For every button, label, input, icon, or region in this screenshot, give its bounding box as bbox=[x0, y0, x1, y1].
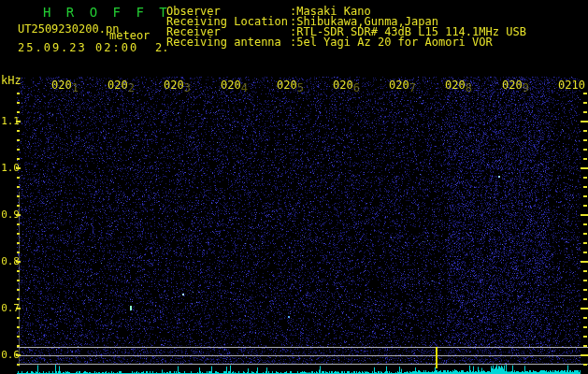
axis-tick bbox=[16, 167, 21, 169]
axis-tick bbox=[583, 149, 587, 151]
axis-tick bbox=[583, 158, 587, 160]
axis-tick bbox=[583, 130, 587, 132]
info-label: Receiving antenna bbox=[166, 36, 281, 49]
axis-tick bbox=[17, 280, 20, 281]
axis-tick bbox=[17, 111, 20, 113]
noise-floor-divider-line bbox=[17, 355, 588, 356]
capture-filename: UT2509230200.pn bbox=[18, 22, 119, 36]
hrofft-title: H R O F F T bbox=[43, 5, 171, 20]
axis-tick bbox=[17, 289, 20, 291]
time-axis-label: 0209 bbox=[502, 79, 529, 92]
axis-tick bbox=[17, 336, 20, 338]
axis-tick bbox=[17, 158, 20, 160]
axis-tick bbox=[583, 345, 587, 347]
noise-floor-divider-line bbox=[17, 347, 588, 348]
axis-tick bbox=[581, 167, 588, 169]
axis-tick bbox=[583, 205, 587, 207]
axis-tick bbox=[17, 345, 20, 347]
axis-tick bbox=[583, 223, 587, 225]
axis-tick bbox=[583, 242, 587, 244]
axis-tick bbox=[17, 195, 20, 197]
axis-tick bbox=[583, 280, 587, 281]
axis-tick bbox=[581, 308, 588, 309]
axis-tick bbox=[581, 261, 588, 263]
axis-tick bbox=[16, 121, 21, 122]
axis-tick bbox=[17, 149, 20, 151]
axis-tick bbox=[583, 93, 587, 94]
meteor-echo-dot bbox=[130, 306, 132, 310]
axis-tick bbox=[17, 205, 20, 207]
axis-tick bbox=[583, 177, 587, 179]
meteor-echo-dot bbox=[498, 176, 500, 178]
axis-tick bbox=[16, 354, 21, 356]
noise-floor-divider-line bbox=[17, 364, 588, 365]
axis-tick bbox=[583, 111, 587, 113]
time-axis-label: 0210 bbox=[558, 79, 585, 92]
axis-tick bbox=[583, 364, 587, 366]
axis-tick bbox=[17, 130, 20, 132]
axis-tick bbox=[583, 102, 587, 104]
axis-tick bbox=[17, 317, 20, 319]
time-axis-label: 0202 bbox=[108, 79, 135, 92]
meteor-label: meteor bbox=[109, 29, 150, 42]
axis-tick bbox=[17, 326, 20, 328]
meteor-echo-dot bbox=[182, 294, 184, 295]
station-info-block: Observer:Masaki KanoReceiving Location:S… bbox=[166, 5, 578, 51]
time-axis-label: 0204 bbox=[221, 79, 248, 92]
capture-datetime: 25.09.23 02:00 bbox=[18, 41, 138, 54]
axis-tick bbox=[16, 308, 21, 309]
time-axis-label: 0208 bbox=[445, 79, 472, 92]
axis-tick bbox=[17, 242, 20, 244]
axis-tick bbox=[581, 121, 588, 122]
axis-tick bbox=[583, 270, 587, 272]
signal-spike-marker bbox=[436, 347, 437, 368]
axis-tick bbox=[16, 214, 21, 216]
axis-tick bbox=[583, 336, 587, 338]
axis-tick bbox=[583, 139, 587, 141]
axis-tick bbox=[583, 317, 587, 319]
axis-tick bbox=[17, 93, 20, 94]
time-axis-label: 0201 bbox=[51, 79, 79, 92]
axis-tick bbox=[16, 261, 21, 263]
time-axis-label: 0203 bbox=[164, 79, 191, 92]
axis-tick bbox=[583, 252, 587, 253]
axis-tick bbox=[583, 195, 587, 197]
info-value: :5el Yagi Az 20 for Aomori VOR bbox=[290, 36, 493, 49]
spectrogram-noise-canvas bbox=[0, 0, 588, 374]
time-axis-label: 0205 bbox=[277, 79, 304, 92]
hrofft-screen: H R O F F T UT2509230200.pn meteor 25.09… bbox=[0, 0, 588, 374]
time-axis-label: 0207 bbox=[389, 79, 416, 92]
axis-tick bbox=[583, 289, 587, 291]
axis-tick bbox=[17, 298, 20, 300]
axis-tick bbox=[17, 364, 20, 366]
axis-tick bbox=[17, 270, 20, 272]
axis-tick bbox=[17, 177, 20, 179]
axis-tick bbox=[17, 223, 20, 225]
axis-tick bbox=[17, 233, 20, 235]
axis-tick bbox=[17, 252, 20, 253]
time-axis-label: 0206 bbox=[333, 79, 360, 92]
axis-tick bbox=[581, 214, 588, 216]
axis-tick bbox=[17, 139, 20, 141]
axis-tick bbox=[583, 233, 587, 235]
axis-tick bbox=[17, 186, 20, 188]
axis-tick bbox=[583, 326, 587, 328]
axis-tick bbox=[583, 298, 587, 300]
axis-tick bbox=[581, 354, 588, 356]
khz-unit-label: kHz bbox=[1, 74, 22, 87]
axis-tick bbox=[583, 186, 587, 188]
axis-tick bbox=[17, 102, 20, 104]
meteor-echo-dot bbox=[288, 316, 290, 318]
